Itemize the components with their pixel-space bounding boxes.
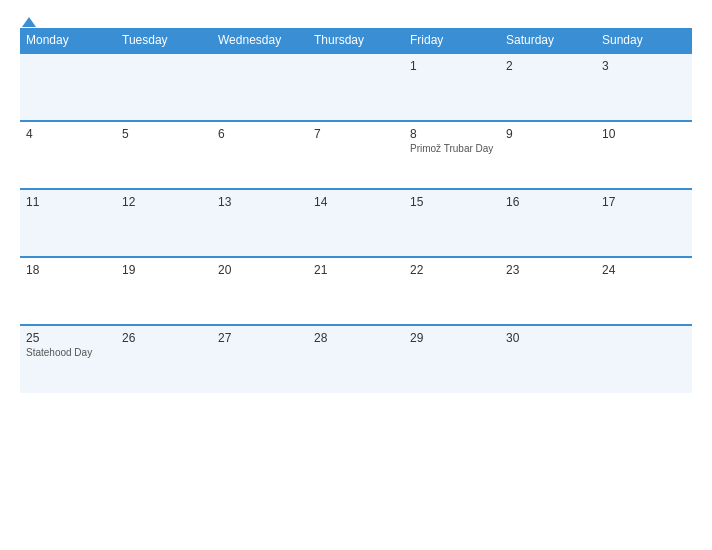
holiday-label: Primož Trubar Day — [410, 143, 494, 154]
day-cell: 3 — [596, 53, 692, 121]
day-cell: 12 — [116, 189, 212, 257]
day-cell — [596, 325, 692, 393]
day-number: 3 — [602, 59, 686, 73]
day-number: 9 — [506, 127, 590, 141]
day-cell: 1 — [404, 53, 500, 121]
day-cell — [20, 53, 116, 121]
day-number: 15 — [410, 195, 494, 209]
week-row-4: 18192021222324 — [20, 257, 692, 325]
week-row-1: 123 — [20, 53, 692, 121]
calendar-table: MondayTuesdayWednesdayThursdayFridaySatu… — [20, 28, 692, 393]
day-number: 17 — [602, 195, 686, 209]
day-number: 18 — [26, 263, 110, 277]
day-cell: 7 — [308, 121, 404, 189]
day-cell — [308, 53, 404, 121]
day-cell: 22 — [404, 257, 500, 325]
weekday-wednesday: Wednesday — [212, 28, 308, 53]
day-cell: 15 — [404, 189, 500, 257]
day-cell: 21 — [308, 257, 404, 325]
day-number: 28 — [314, 331, 398, 345]
weekday-thursday: Thursday — [308, 28, 404, 53]
day-cell: 13 — [212, 189, 308, 257]
day-cell — [116, 53, 212, 121]
day-number: 13 — [218, 195, 302, 209]
day-cell: 20 — [212, 257, 308, 325]
day-number: 12 — [122, 195, 206, 209]
day-number: 22 — [410, 263, 494, 277]
day-cell: 28 — [308, 325, 404, 393]
day-number: 8 — [410, 127, 494, 141]
day-number: 14 — [314, 195, 398, 209]
day-cell: 24 — [596, 257, 692, 325]
day-number: 5 — [122, 127, 206, 141]
weekday-header-row: MondayTuesdayWednesdayThursdayFridaySatu… — [20, 28, 692, 53]
holiday-label: Statehood Day — [26, 347, 110, 358]
day-number: 20 — [218, 263, 302, 277]
day-number: 7 — [314, 127, 398, 141]
day-number: 6 — [218, 127, 302, 141]
day-cell: 19 — [116, 257, 212, 325]
day-number: 29 — [410, 331, 494, 345]
week-row-2: 45678Primož Trubar Day910 — [20, 121, 692, 189]
day-number: 10 — [602, 127, 686, 141]
day-cell: 16 — [500, 189, 596, 257]
day-cell: 17 — [596, 189, 692, 257]
day-number: 1 — [410, 59, 494, 73]
day-number: 23 — [506, 263, 590, 277]
day-number: 24 — [602, 263, 686, 277]
weekday-sunday: Sunday — [596, 28, 692, 53]
calendar-page: MondayTuesdayWednesdayThursdayFridaySatu… — [0, 0, 712, 550]
day-cell: 29 — [404, 325, 500, 393]
day-cell: 5 — [116, 121, 212, 189]
day-number: 4 — [26, 127, 110, 141]
week-row-5: 25Statehood Day2627282930 — [20, 325, 692, 393]
day-number: 16 — [506, 195, 590, 209]
day-cell: 18 — [20, 257, 116, 325]
logo-triangle-icon — [22, 17, 36, 27]
weekday-tuesday: Tuesday — [116, 28, 212, 53]
day-cell: 11 — [20, 189, 116, 257]
day-number: 27 — [218, 331, 302, 345]
logo — [20, 18, 36, 28]
day-cell: 9 — [500, 121, 596, 189]
week-row-3: 11121314151617 — [20, 189, 692, 257]
day-number: 2 — [506, 59, 590, 73]
day-cell: 4 — [20, 121, 116, 189]
day-number: 25 — [26, 331, 110, 345]
day-cell: 25Statehood Day — [20, 325, 116, 393]
weekday-saturday: Saturday — [500, 28, 596, 53]
day-cell: 23 — [500, 257, 596, 325]
day-number: 26 — [122, 331, 206, 345]
day-cell: 8Primož Trubar Day — [404, 121, 500, 189]
day-cell: 27 — [212, 325, 308, 393]
day-number: 19 — [122, 263, 206, 277]
day-cell — [212, 53, 308, 121]
day-number: 21 — [314, 263, 398, 277]
day-cell: 6 — [212, 121, 308, 189]
weekday-friday: Friday — [404, 28, 500, 53]
day-cell: 2 — [500, 53, 596, 121]
day-cell: 26 — [116, 325, 212, 393]
day-cell: 30 — [500, 325, 596, 393]
day-number: 11 — [26, 195, 110, 209]
day-number: 30 — [506, 331, 590, 345]
day-cell: 10 — [596, 121, 692, 189]
weekday-monday: Monday — [20, 28, 116, 53]
day-cell: 14 — [308, 189, 404, 257]
